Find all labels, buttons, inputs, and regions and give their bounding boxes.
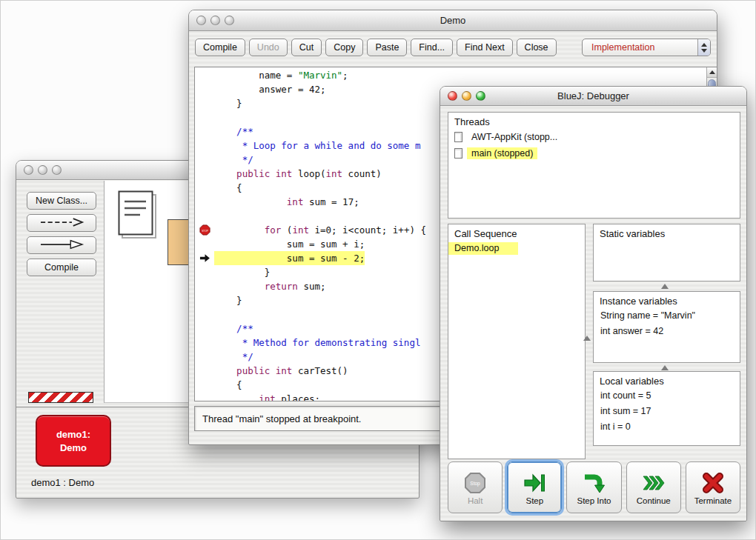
debugger-button-label: Step	[525, 496, 543, 505]
code-line: {	[214, 181, 242, 195]
object-class-label: Demo	[60, 442, 87, 453]
view-selector-dropdown[interactable]: Implementation	[582, 39, 711, 56]
code-segment: ;	[342, 70, 348, 81]
code-segment: public int	[214, 365, 292, 376]
code-line: answer = 42;	[214, 82, 326, 96]
debugger-titlebar[interactable]: BlueJ: Debugger	[440, 87, 746, 106]
thread-item[interactable]: main (stopped)	[448, 145, 740, 161]
debugger-buttons: StopHaltStepStep IntoContinueTerminate	[448, 461, 740, 513]
scroll-up-chevron-icon[interactable]	[583, 336, 591, 341]
code-segment: sum = 17;	[303, 196, 359, 207]
breakpoint-stop-icon[interactable]: STOP	[195, 224, 214, 236]
svg-text:STOP: STOP	[202, 230, 208, 233]
inherit-arrow-button[interactable]	[27, 236, 96, 254]
current-line-arrow-icon[interactable]	[195, 253, 214, 264]
halt-octagon-icon: Stop	[462, 470, 488, 496]
editor-button-close[interactable]: Close	[517, 39, 557, 56]
code-segment: i=0; i<count; i++) {	[309, 224, 426, 236]
thread-label: AWT-AppKit (stopp...	[467, 131, 562, 143]
readme-doc-icon[interactable]	[118, 190, 158, 241]
code-segment: count)	[342, 168, 382, 179]
code-segment: places;	[276, 393, 320, 401]
zoom-button[interactable]	[476, 91, 485, 101]
code-segment: return	[265, 281, 298, 292]
code-segment	[214, 224, 265, 236]
compile-button[interactable]: Compile	[27, 259, 96, 276]
code-line: */	[214, 350, 253, 364]
call-sequence-item[interactable]: Demo.loop	[448, 241, 585, 255]
debugger-button-step[interactable]: Step	[507, 461, 562, 513]
debugger-button-terminate[interactable]: Terminate	[686, 461, 740, 513]
threads-label: Threads	[448, 113, 740, 129]
code-segment: carTest()	[292, 365, 348, 376]
code-segment: {	[214, 379, 242, 390]
editor-button-undo[interactable]: Undo	[249, 39, 288, 56]
thread-doc-icon	[454, 148, 462, 159]
editor-button-copy[interactable]: Copy	[325, 39, 363, 56]
minimize-button[interactable]	[38, 165, 47, 175]
close-button[interactable]	[448, 91, 457, 101]
code-line: }	[214, 265, 270, 279]
view-selector-value: Implementation	[583, 42, 697, 53]
variable-entry: String name = "Marvin"	[594, 308, 740, 324]
code-segment: }	[214, 267, 270, 278]
scroll-up-button[interactable]	[707, 67, 717, 78]
terminate-cross-icon	[700, 470, 726, 496]
code-segment: }	[214, 98, 242, 109]
zoom-button[interactable]	[52, 165, 62, 175]
scroll-up-chevron-icon[interactable]	[661, 284, 669, 289]
minimize-button[interactable]	[210, 16, 220, 25]
editor-status-text: Thread "main" stopped at breakpoint.	[202, 413, 361, 424]
debugger-button-halt[interactable]: StopHalt	[448, 461, 503, 513]
code-segment: sum = sum - 2;	[214, 253, 365, 264]
static-variables-panel: Static variables	[593, 224, 740, 281]
instance-variables-list: String name = "Marvin"int answer = 42	[594, 308, 740, 339]
code-segment: int	[259, 393, 276, 401]
stepper-arrows-icon[interactable]	[697, 39, 710, 56]
code-line: /**	[214, 124, 253, 139]
debugger-button-label: Continue	[637, 496, 671, 505]
scroll-up-chevron-icon[interactable]	[661, 365, 669, 370]
debugger-button-step-into[interactable]: Step Into	[566, 461, 621, 513]
close-button[interactable]	[24, 165, 33, 175]
local-variables-label: Local variables	[594, 372, 740, 388]
editor-button-paste[interactable]: Paste	[367, 39, 407, 56]
new-class-button[interactable]: New Class...	[27, 192, 96, 210]
uses-arrow-button[interactable]	[27, 214, 96, 232]
call-sequence-label: Demo.loop	[448, 242, 518, 255]
variable-entry: int i = 0	[594, 419, 740, 435]
threads-panel: Threads AWT-AppKit (stopp...main (stoppe…	[448, 112, 740, 219]
close-button[interactable]	[196, 16, 206, 25]
code-line: public int loop(int count)	[214, 167, 382, 181]
debugger-button-continue[interactable]: Continue	[626, 461, 681, 513]
code-segment	[214, 393, 259, 401]
minimize-button[interactable]	[462, 91, 471, 101]
code-segment: /**	[214, 126, 253, 137]
code-line: * Method for demonstrating singl	[214, 336, 420, 350]
object-demo1[interactable]: demo1: Demo	[36, 415, 111, 467]
code-line: /**	[214, 321, 253, 336]
code-segment: answer = 42;	[214, 84, 326, 95]
zoom-button[interactable]	[225, 16, 234, 25]
code-line: sum = sum - 2;	[214, 251, 365, 265]
debugger-window: BlueJ: Debugger Threads AWT-AppKit (stop…	[440, 86, 747, 521]
editor-button-find-next[interactable]: Find Next	[457, 39, 513, 56]
thread-item[interactable]: AWT-AppKit (stopp...	[448, 129, 740, 145]
instance-variables-label: Instance variables	[594, 292, 740, 308]
editor-button-cut[interactable]: Cut	[291, 39, 322, 56]
code-segment: */	[214, 154, 253, 165]
code-line: for (int i=0; i<count; i++) {	[214, 223, 426, 237]
editor-window-title: Demo	[189, 15, 717, 26]
code-line: name = "Marvin";	[214, 68, 348, 82]
code-line: sum = sum + i;	[214, 237, 365, 251]
desktop: New Class... Compile	[0, 0, 756, 540]
code-segment	[214, 196, 287, 207]
code-line: int sum = 17;	[214, 195, 359, 209]
variable-entry: int answer = 42	[594, 324, 740, 339]
editor-titlebar[interactable]: Demo	[189, 10, 717, 31]
code-line	[214, 209, 220, 223]
editor-button-find[interactable]: Find...	[411, 39, 453, 56]
editor-button-compile[interactable]: Compile	[195, 39, 245, 56]
code-segment: sum = sum + i;	[214, 239, 365, 250]
thread-doc-icon	[454, 132, 462, 142]
